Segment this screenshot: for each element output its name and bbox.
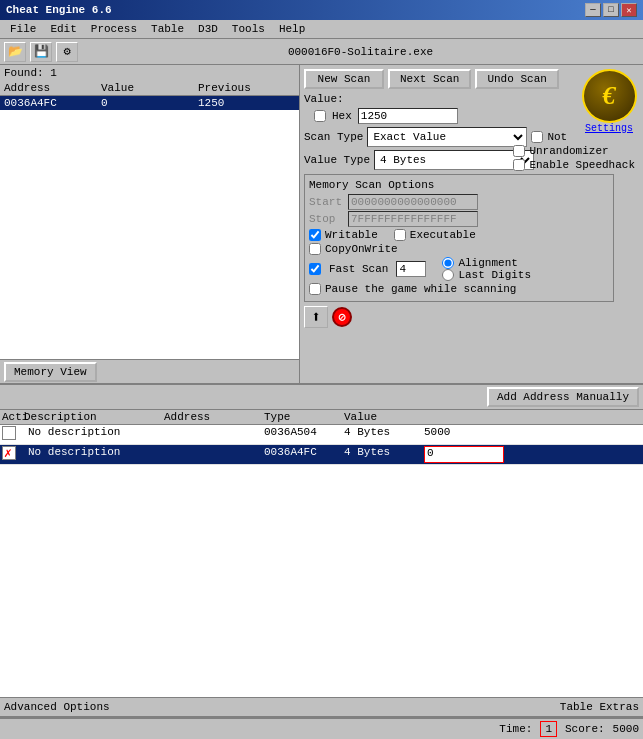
stop-row: Stop: [309, 211, 609, 227]
menu-table[interactable]: Table: [145, 21, 190, 37]
copy-on-write-label: CopyOnWrite: [325, 243, 398, 255]
pause-game-checkbox[interactable]: [309, 283, 321, 295]
time-label: Time:: [499, 723, 532, 735]
memory-scan-options: Memory Scan Options Start Stop Writable: [304, 174, 614, 302]
fast-scan-checkbox[interactable]: [309, 263, 321, 275]
title-bar: Cheat Engine 6.6 ─ □ ✕: [0, 0, 643, 20]
not-checkbox[interactable]: [531, 131, 543, 143]
ce-logo: € Settings: [579, 69, 639, 134]
table-row-highlighted[interactable]: No description 0036A4FC 4 Bytes 0: [0, 445, 643, 465]
freeze-icon-1[interactable]: [2, 426, 16, 440]
next-scan-button[interactable]: Next Scan: [388, 69, 471, 89]
x-checkbox-2[interactable]: [2, 446, 16, 460]
start-input: [348, 194, 478, 210]
toolbar-save-icon[interactable]: 💾: [30, 42, 52, 62]
unrandomizer-checkbox[interactable]: [513, 145, 525, 157]
menu-tools[interactable]: Tools: [226, 21, 271, 37]
row2-type: 4 Bytes: [344, 446, 424, 463]
hex-label: Hex: [332, 110, 352, 122]
table-row[interactable]: No description 0036A504 4 Bytes 5000: [0, 425, 643, 445]
fast-scan-value[interactable]: [396, 261, 426, 277]
col-address: Address: [4, 82, 101, 94]
pointer-icon[interactable]: ⬆: [304, 306, 328, 328]
value-type-label: Value Type: [304, 154, 370, 166]
alignment-label: Alignment: [458, 257, 517, 269]
menu-edit[interactable]: Edit: [44, 21, 82, 37]
copy-on-write-row: CopyOnWrite: [309, 243, 609, 255]
executable-label: Executable: [410, 229, 476, 241]
unrandomizer-row: Unrandomizer: [513, 145, 635, 157]
add-address-bar: Add Address Manually: [0, 385, 643, 410]
fast-scan-label: Fast Scan: [329, 263, 388, 275]
row1-value: 5000: [424, 426, 504, 443]
alignment-radio[interactable]: [442, 257, 454, 269]
right-options: Unrandomizer Enable Speedhack: [513, 145, 635, 173]
menu-file[interactable]: File: [4, 21, 42, 37]
status-right: Time: 1 Score: 5000: [499, 721, 639, 737]
close-button[interactable]: ✕: [621, 3, 637, 17]
row2-addr: 0036A4FC: [264, 446, 344, 463]
process-title: 000016F0-Solitaire.exe: [82, 46, 639, 58]
row1-addr: 0036A504: [264, 426, 344, 443]
menu-d3d[interactable]: D3D: [192, 21, 224, 37]
minimize-button[interactable]: ─: [585, 3, 601, 17]
last-digits-radio[interactable]: [442, 269, 454, 281]
undo-scan-button[interactable]: Undo Scan: [475, 69, 558, 89]
start-row: Start: [309, 194, 609, 210]
score-label: Score:: [565, 723, 605, 735]
row1-type: 4 Bytes: [344, 426, 424, 443]
address-table: Acti Description Address Type Value No d…: [0, 410, 643, 697]
value-type-select[interactable]: 4 Bytes 1 Byte 2 Bytes 8 Bytes Float Dou…: [374, 150, 534, 170]
scan-type-label: Scan Type: [304, 131, 363, 143]
col-type: Type: [264, 411, 344, 423]
no-entry-icon[interactable]: ⊘: [332, 307, 352, 327]
row2-active: [2, 446, 24, 463]
writable-label: Writable: [325, 229, 378, 241]
new-scan-button[interactable]: New Scan: [304, 69, 384, 89]
col-addr: Address: [164, 411, 264, 423]
col-value: Value: [101, 82, 198, 94]
ce-logo-icon: €: [582, 69, 637, 123]
not-label: Not: [547, 131, 567, 143]
speedhack-label: Enable Speedhack: [529, 159, 635, 171]
menu-help[interactable]: Help: [273, 21, 311, 37]
value-input[interactable]: [358, 108, 458, 124]
row2-value: 0: [424, 446, 504, 463]
writable-checkbox[interactable]: [309, 229, 321, 241]
advanced-options-label: Advanced Options: [4, 701, 110, 713]
alignment-group: Alignment Last Digits: [442, 257, 531, 281]
row1-active: [2, 426, 24, 443]
result-previous: 1250: [198, 97, 295, 109]
memory-scan-title: Memory Scan Options: [309, 179, 609, 191]
window-controls: ─ □ ✕: [585, 3, 637, 17]
executable-row: Executable: [394, 229, 476, 241]
speedhack-checkbox[interactable]: [513, 159, 525, 171]
pause-game-label: Pause the game while scanning: [325, 283, 516, 295]
scan-result-row[interactable]: 0036A4FC 0 1250: [0, 96, 299, 110]
toolbar-open-icon[interactable]: 📂: [4, 42, 26, 62]
row2-desc: No description: [24, 446, 264, 463]
advanced-options-bar: Advanced Options Table Extras: [0, 697, 643, 717]
time-value: 1: [540, 721, 557, 737]
value-label: Value:: [304, 93, 344, 105]
settings-link[interactable]: Settings: [585, 123, 633, 134]
add-address-button[interactable]: Add Address Manually: [487, 387, 639, 407]
memory-view-button[interactable]: Memory View: [4, 362, 97, 382]
menu-process[interactable]: Process: [85, 21, 143, 37]
executable-checkbox[interactable]: [394, 229, 406, 241]
stop-input: [348, 211, 478, 227]
col-active: Acti: [2, 411, 24, 423]
copy-on-write-checkbox[interactable]: [309, 243, 321, 255]
lower-toolbar: Memory View: [0, 359, 299, 383]
maximize-button[interactable]: □: [603, 3, 619, 17]
start-label: Start: [309, 196, 344, 208]
col-val: Value: [344, 411, 424, 423]
found-label: Found: 1: [0, 65, 299, 81]
scan-type-select[interactable]: Exact Value Bigger than... Smaller than.…: [367, 127, 527, 147]
unrandomizer-label: Unrandomizer: [529, 145, 608, 157]
toolbar-settings-icon[interactable]: ⚙: [56, 42, 78, 62]
hex-checkbox[interactable]: [314, 110, 326, 122]
title-text: Cheat Engine 6.6: [6, 4, 112, 16]
stop-label: Stop: [309, 213, 344, 225]
col-desc: Description: [24, 411, 84, 423]
